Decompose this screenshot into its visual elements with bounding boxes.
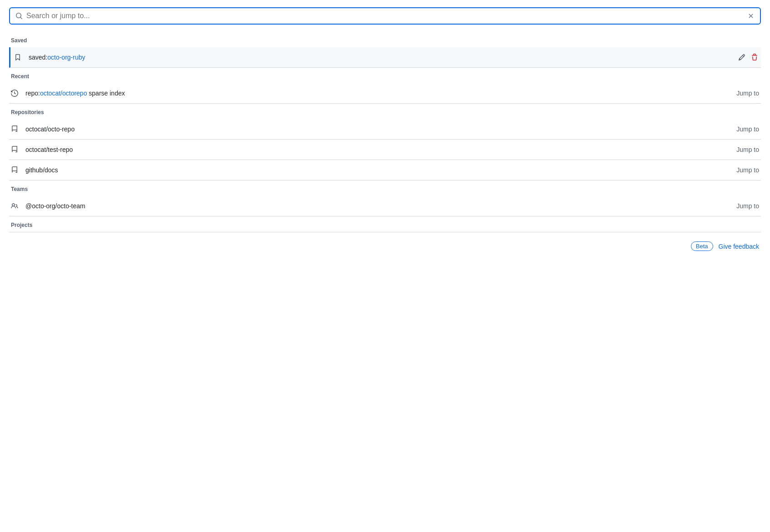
- recent-section: Recent repo:octocat/octorepo sparse inde…: [9, 70, 761, 104]
- saved-section: Saved saved:octo-org-ruby: [9, 34, 761, 68]
- recent-item-octocat-octorepo[interactable]: repo:octocat/octorepo sparse index Jump …: [9, 83, 761, 104]
- recent-jump-to: Jump to: [736, 90, 759, 97]
- beta-badge: Beta: [691, 241, 713, 251]
- edit-saved-button[interactable]: [737, 53, 746, 62]
- projects-divider: [9, 232, 761, 232]
- repo-jump-to-1: Jump to: [736, 125, 759, 133]
- team-jump-to: Jump to: [736, 202, 759, 210]
- repo-item-octocat-test-repo[interactable]: octocat/test-repo Jump to: [9, 140, 761, 160]
- repo-item-text-1: octocat/octo-repo: [25, 125, 75, 133]
- repo-jump-to-3: Jump to: [736, 166, 759, 174]
- people-icon: [11, 201, 20, 211]
- projects-section: Projects: [9, 218, 761, 232]
- repo-item-text-3: github/docs: [25, 166, 58, 174]
- saved-item-text: saved:octo-org-ruby: [29, 54, 85, 61]
- repo-item-left-1: octocat/octo-repo: [11, 125, 75, 134]
- team-item-text: @octo-org/octo-team: [25, 202, 85, 210]
- footer: Beta Give feedback: [9, 234, 761, 255]
- recent-item-link: octocat/octorepo: [40, 90, 87, 97]
- repositories-section-title: Repositories: [9, 105, 761, 119]
- delete-saved-button[interactable]: [750, 53, 759, 62]
- repo-item-text-2: octocat/test-repo: [25, 146, 73, 153]
- recent-section-title: Recent: [9, 70, 761, 83]
- repo-item-left-3: github/docs: [11, 166, 58, 175]
- repo-icon-3: [11, 166, 20, 175]
- team-item-left: @octo-org/octo-team: [11, 201, 85, 211]
- team-item-octo-org-octo-team[interactable]: @octo-org/octo-team Jump to: [9, 196, 761, 216]
- repo-item-left-2: octocat/test-repo: [11, 145, 73, 154]
- projects-section-title: Projects: [9, 218, 761, 232]
- repo-item-octocat-octo-repo[interactable]: octocat/octo-repo Jump to: [9, 119, 761, 140]
- saved-section-title: Saved: [9, 34, 761, 47]
- repo-jump-to-2: Jump to: [736, 146, 759, 153]
- search-bar-wrapper: [9, 7, 761, 25]
- saved-item-actions: [737, 53, 759, 62]
- recent-item-left: repo:octocat/octorepo sparse index: [11, 89, 125, 98]
- history-icon: [11, 89, 20, 98]
- bookmark-icon: [14, 53, 23, 62]
- recent-item-text: repo:octocat/octorepo sparse index: [25, 90, 125, 97]
- search-dropdown: Saved saved:octo-org-ruby: [0, 0, 770, 262]
- search-input[interactable]: [26, 12, 744, 20]
- repositories-section: Repositories octocat/octo-repo Jump to: [9, 105, 761, 181]
- teams-section-title: Teams: [9, 182, 761, 196]
- give-feedback-link[interactable]: Give feedback: [719, 243, 760, 250]
- search-bar[interactable]: [9, 7, 761, 25]
- repo-item-github-docs[interactable]: github/docs Jump to: [9, 160, 761, 181]
- saved-item-link: octo-org-ruby: [47, 54, 85, 61]
- clear-icon[interactable]: [747, 12, 755, 20]
- repo-icon-2: [11, 145, 20, 154]
- teams-section: Teams @octo-org/octo-team Jump to: [9, 182, 761, 216]
- saved-item-octo-org-ruby[interactable]: saved:octo-org-ruby: [9, 47, 761, 68]
- repo-icon-1: [11, 125, 20, 134]
- saved-item-left: saved:octo-org-ruby: [14, 53, 85, 62]
- recent-item-suffix: sparse index: [87, 90, 125, 97]
- search-icon: [15, 12, 23, 20]
